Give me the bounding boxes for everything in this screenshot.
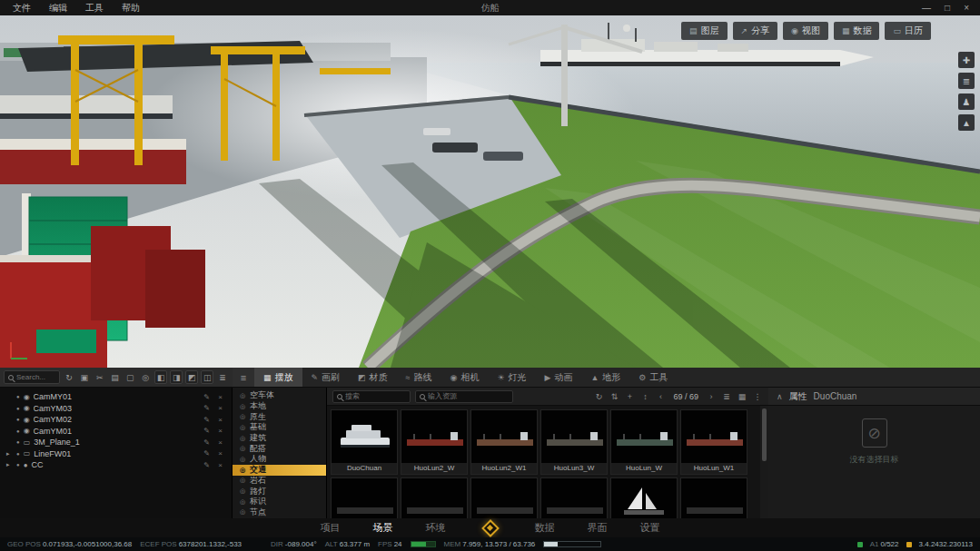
- category-item-traffic[interactable]: ◎交通: [233, 465, 326, 476]
- tab-material[interactable]: ◩ 材质: [349, 368, 397, 387]
- asset-scrollbar[interactable]: [760, 406, 768, 518]
- terrain-view-button[interactable]: ▲: [958, 114, 975, 131]
- asset-import-input[interactable]: [428, 392, 509, 400]
- remove-icon[interactable]: ×: [215, 416, 225, 424]
- prev-page-icon[interactable]: ‹: [655, 392, 666, 401]
- remove-icon[interactable]: ×: [215, 461, 225, 469]
- category-item[interactable]: ◎标识: [233, 497, 326, 507]
- menu-help[interactable]: 帮助: [122, 2, 140, 15]
- tree-item[interactable]: ● ▭ 3M_Plane_1 ✎ ×: [0, 437, 232, 448]
- asset-import[interactable]: [415, 390, 513, 403]
- pan-tool-button[interactable]: ✚: [958, 52, 975, 68]
- delete-icon[interactable]: ▢: [124, 370, 136, 384]
- copy-icon[interactable]: ▤: [109, 370, 122, 384]
- footer-interface[interactable]: 界面: [588, 521, 608, 535]
- tab-tools[interactable]: ⚙ 工具: [629, 368, 677, 387]
- asset-tile[interactable]: HuoLun_W: [610, 409, 678, 475]
- next-page-icon[interactable]: ›: [706, 392, 717, 401]
- asset-tile[interactable]: HuoLun3_W: [540, 409, 608, 475]
- asset-tile[interactable]: HuoLun2_W1: [470, 409, 538, 475]
- category-item[interactable]: ◎建筑: [233, 433, 326, 444]
- remove-icon[interactable]: ×: [215, 427, 225, 435]
- list-view-icon[interactable]: ≣: [721, 392, 732, 401]
- share-button[interactable]: ↗ 分享: [733, 22, 778, 40]
- collapse-icon[interactable]: ∧: [777, 392, 783, 401]
- tree-item[interactable]: ● ◉ CamYM03 ✎ ×: [0, 403, 232, 415]
- calendar-button[interactable]: ▭ 日历: [885, 22, 931, 40]
- snapshot-icon[interactable]: ▣: [78, 370, 91, 384]
- category-item[interactable]: ◎人物: [233, 454, 326, 465]
- asset-tile[interactable]: [680, 477, 747, 518]
- tree-item[interactable]: ● ◉ CamYM02 ✎ ×: [0, 414, 232, 426]
- sort-icon[interactable]: ↕: [639, 392, 650, 401]
- visibility-icon[interactable]: ●: [16, 394, 20, 399]
- asset-tile-sailboat[interactable]: [610, 477, 678, 518]
- panel-bottom-icon[interactable]: ◫: [201, 370, 213, 384]
- panel-left-icon[interactable]: ◧: [154, 370, 167, 384]
- asset-tile[interactable]: [331, 477, 398, 518]
- visibility-icon[interactable]: ●: [16, 406, 20, 411]
- tab-terrain[interactable]: ▲ 地形: [581, 368, 629, 387]
- asset-search-input[interactable]: [345, 392, 406, 400]
- footer-project[interactable]: 项目: [321, 521, 341, 535]
- grid-view-icon[interactable]: ▦: [737, 392, 747, 401]
- refresh-icon[interactable]: ↻: [63, 370, 75, 384]
- edit-icon[interactable]: ✎: [202, 438, 212, 447]
- asset-tile-duochuan[interactable]: DuoChuan: [331, 409, 398, 475]
- menu-tools[interactable]: 工具: [85, 2, 104, 15]
- layers-button[interactable]: ▤ 图层: [681, 22, 728, 40]
- sync-icon[interactable]: ⇅: [609, 392, 619, 401]
- tabs-menu-button[interactable]: ≡: [233, 368, 254, 387]
- asset-tile[interactable]: HuoLun_W1: [680, 409, 747, 475]
- tab-camera[interactable]: ◉ 相机: [441, 368, 489, 387]
- scrollbar-thumb[interactable]: [762, 408, 767, 461]
- outliner-search[interactable]: [4, 370, 60, 384]
- data-button[interactable]: ▦ 数据: [834, 22, 880, 40]
- menu-edit[interactable]: 编辑: [49, 2, 67, 15]
- tab-light[interactable]: ☀ 灯光: [488, 368, 535, 387]
- expander-icon[interactable]: ▸: [6, 461, 13, 468]
- walk-mode-button[interactable]: ♟: [958, 93, 975, 110]
- footer-scene[interactable]: 场景: [373, 521, 393, 535]
- viewport-3d[interactable]: ▤ 图层 ↗ 分享 ◉ 视图 ▦ 数据 ▭ 日历 ✚ ≣ ♟: [0, 15, 980, 368]
- tab-route[interactable]: ≈ 路线: [397, 368, 441, 387]
- edit-icon[interactable]: ✎: [202, 449, 212, 458]
- tab-brush[interactable]: ✎ 画刷: [302, 368, 350, 387]
- category-item[interactable]: ◎本地: [233, 401, 326, 412]
- tree-item[interactable]: ▸ ● ● CC ✎ ×: [0, 459, 232, 471]
- visibility-icon[interactable]: ●: [16, 462, 20, 467]
- category-item[interactable]: ◎配搭: [233, 443, 326, 454]
- view-button[interactable]: ◉ 视图: [783, 22, 828, 40]
- tab-place[interactable]: ▦ 摆放: [254, 368, 302, 387]
- tree-item[interactable]: ▸ ● ▭ LineFW01 ✎ ×: [0, 448, 232, 460]
- category-item[interactable]: ◎路灯: [233, 486, 326, 497]
- asset-tile[interactable]: [470, 477, 538, 518]
- panel-top-icon[interactable]: ◩: [185, 370, 198, 384]
- remove-icon[interactable]: ×: [215, 449, 225, 458]
- remove-icon[interactable]: ×: [215, 393, 225, 401]
- layer-stack-button[interactable]: ≣: [958, 73, 975, 89]
- remove-icon[interactable]: ×: [215, 404, 225, 412]
- edit-icon[interactable]: ✎: [202, 404, 212, 412]
- tree-item[interactable]: ● ◉ CamMY01 ✎ ×: [0, 391, 232, 403]
- visibility-icon[interactable]: ●: [16, 428, 20, 434]
- asset-search[interactable]: [332, 390, 411, 403]
- close-button[interactable]: ×: [964, 3, 969, 13]
- cut-icon[interactable]: ✂: [94, 370, 106, 384]
- footer-data[interactable]: 数据: [535, 521, 555, 535]
- list-view-icon[interactable]: ≣: [216, 370, 229, 384]
- tab-animation[interactable]: ▶ 动画: [535, 368, 581, 387]
- visibility-icon[interactable]: ●: [16, 451, 20, 457]
- edit-icon[interactable]: ✎: [202, 427, 212, 435]
- remove-icon[interactable]: ×: [215, 438, 225, 447]
- visibility-icon[interactable]: ●: [16, 417, 20, 422]
- asset-tile[interactable]: [540, 477, 608, 518]
- expander-icon[interactable]: ▸: [6, 450, 13, 458]
- category-item[interactable]: ◎基础: [233, 422, 326, 433]
- edit-icon[interactable]: ✎: [202, 393, 212, 401]
- category-item[interactable]: ◎原生: [233, 411, 326, 422]
- asset-tile[interactable]: [401, 477, 468, 518]
- footer-environment[interactable]: 环境: [426, 521, 446, 535]
- more-icon[interactable]: ⋮: [752, 392, 763, 401]
- asset-tile[interactable]: HuoLun2_W: [401, 409, 468, 475]
